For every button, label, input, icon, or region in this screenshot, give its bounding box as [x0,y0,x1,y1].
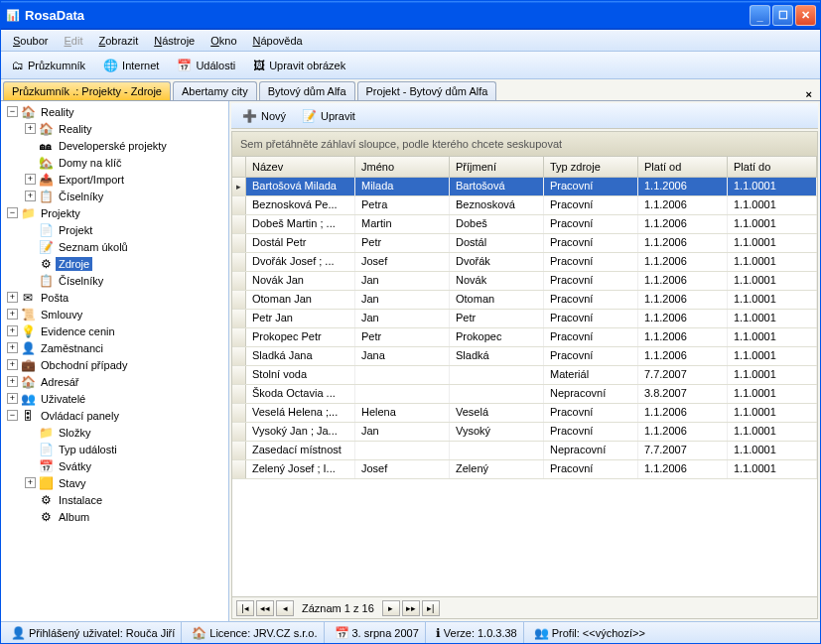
tree-node[interactable]: ⚙Zdroje [1,255,228,272]
tab-3[interactable]: Projekt - Bytový dům Alfa [357,81,497,100]
tree-node[interactable]: −🏠Reality [1,103,228,120]
table-row[interactable]: Vysoký Jan ; Ja...JanVysokýPracovní1.1.2… [232,423,817,442]
titlebar[interactable]: 📊 RosaData _ ☐ ✕ [1,1,820,30]
pager-prev[interactable]: ◂ [276,600,294,616]
tree-node[interactable]: +📤Export/Import [1,171,228,188]
column-header[interactable]: Jméno [355,157,450,177]
table-row[interactable]: Dvořák Josef ; ...JosefDvořákPracovní1.1… [232,253,817,272]
toolbtn-průzkumník[interactable]: 🗂Průzkumník [5,57,92,74]
table-row[interactable]: Zelený Josef ; I...JosefZelenýPracovní1.… [232,460,817,479]
expand-icon[interactable]: + [7,309,18,320]
window-title: RosaData [25,8,748,23]
column-header[interactable]: Platí do [728,157,817,177]
tree-node[interactable]: 🏡Domy na klíč [1,154,228,171]
tree-node[interactable]: +👥Uživatelé [1,390,228,407]
tree-node[interactable]: +🟨Stavy [1,474,228,491]
menu-zobrazit[interactable]: Zobrazit [90,33,146,49]
expand-icon[interactable]: + [7,359,18,370]
toolbtn-události[interactable]: 📅Události [170,57,242,74]
table-row[interactable]: ▸Bartošová MiladaMiladaBartošováPracovní… [232,178,817,196]
expand-icon[interactable]: + [7,393,18,404]
new-button[interactable]: ➕ Nový [235,107,293,125]
table-row[interactable]: Stolní vodaMateriál7.7.20071.1.0001 [232,366,817,385]
column-header[interactable]: Příjmení [450,157,544,177]
pager-last[interactable]: ▸| [422,600,440,616]
expand-icon[interactable]: + [7,342,18,353]
close-button[interactable]: ✕ [795,5,816,26]
pager-next-page[interactable]: ▸▸ [402,600,420,616]
tree-node[interactable]: 🏘Developerské projekty [1,137,228,154]
group-by-hint[interactable]: Sem přetáhněte záhlaví sloupce, podle kt… [231,131,818,157]
tree-node[interactable]: ⚙Album [1,508,228,525]
pager-first[interactable]: |◂ [236,600,254,616]
tree-node[interactable]: ⚙Instalace [1,491,228,508]
cell: Pracovní [544,328,638,346]
row-marker-header [232,157,246,177]
expand-icon[interactable]: + [25,123,36,134]
pager-prev-page[interactable]: ◂◂ [256,600,274,616]
tree-node[interactable]: +🏠Adresář [1,373,228,390]
tab-0[interactable]: Průzkumník .: Projekty - Zdroje [3,81,171,100]
toolbtn-internet[interactable]: 🌐Internet [96,57,166,74]
expand-icon[interactable]: + [25,477,36,488]
tree-node[interactable]: +✉Pošta [1,289,228,306]
cell: 1.1.0001 [728,234,817,252]
tree-node[interactable]: 📁Složky [1,424,228,441]
tree-node[interactable]: +📋Číselníky [1,188,228,204]
menu-nástroje[interactable]: Nástroje [146,33,203,49]
grid-body[interactable]: ▸Bartošová MiladaMiladaBartošováPracovní… [232,178,817,596]
tree-node[interactable]: +📜Smlouvy [1,306,228,322]
tree-node[interactable]: 📄Typ události [1,441,228,457]
row-marker [232,366,246,384]
collapse-icon[interactable]: − [7,207,18,218]
minimize-button[interactable]: _ [750,5,770,26]
table-row[interactable]: Otoman JanJanOtomanPracovní1.1.20061.1.0… [232,291,817,310]
tree-node[interactable]: 📋Číselníky [1,272,228,289]
pager-next[interactable]: ▸ [382,600,400,616]
tree-node[interactable]: +💡Evidence cenin [1,322,228,339]
tree-node[interactable]: 📝Seznam úkolů [1,238,228,255]
menu-nápověda[interactable]: Nápověda [245,33,311,49]
menu-soubor[interactable]: Soubor [5,33,56,49]
table-row[interactable]: Zasedací místnostNepracovní7.7.20071.1.0… [232,442,817,460]
collapse-icon[interactable]: − [7,106,18,117]
cell: 1.1.0001 [728,366,817,384]
tree-node[interactable]: 📅Svátky [1,457,228,474]
expand-icon[interactable]: + [7,376,18,387]
tree-node[interactable]: 📄Projekt [1,221,228,238]
collapse-icon[interactable]: − [7,410,18,421]
tree-panel[interactable]: −🏠Reality+🏠Reality🏘Developerské projekty… [1,101,229,621]
table-row[interactable]: Dobeš Martin ; ...MartinDobešPracovní1.1… [232,215,817,234]
tree-node[interactable]: +👤Zaměstnanci [1,339,228,356]
edit-button[interactable]: 📝 Upravit [295,107,362,125]
maximize-button[interactable]: ☐ [772,5,793,26]
tree-node[interactable]: +🏠Reality [1,120,228,137]
cell: Pracovní [544,178,638,195]
cell: Vysoký [450,423,544,441]
menu-okno[interactable]: Okno [203,33,244,49]
tree-node[interactable]: −📁Projekty [1,204,228,221]
tree-node[interactable]: −🎛Ovládací panely [1,407,228,424]
tree-icon: 📄 [38,442,54,457]
cell: Nepracovní [544,442,638,459]
expand-icon[interactable]: + [7,325,18,336]
tab-2[interactable]: Bytový dům Alfa [259,81,355,100]
column-header[interactable]: Název [246,157,355,177]
expand-icon[interactable]: + [25,174,36,185]
tree-node[interactable]: +💼Obchodní případy [1,356,228,373]
table-row[interactable]: Sladká JanaJanaSladkáPracovní1.1.20061.1… [232,347,817,366]
column-header[interactable]: Platí od [638,157,728,177]
table-row[interactable]: Dostál PetrPetrDostálPracovní1.1.20061.1… [232,234,817,253]
tab-close-button[interactable]: × [800,88,818,100]
table-row[interactable]: Veselá Helena ;...HelenaVeseláPracovní1.… [232,404,817,423]
toolbtn-upravit-obrázek[interactable]: 🖼Upravit obrázek [246,57,352,74]
expand-icon[interactable]: + [25,191,36,201]
column-header[interactable]: Typ zdroje [544,157,638,177]
table-row[interactable]: Novák JanJanNovákPracovní1.1.20061.1.000… [232,272,817,291]
tab-1[interactable]: Abertamy city [173,81,257,100]
expand-icon[interactable]: + [7,292,18,303]
table-row[interactable]: Prokopec PetrPetrProkopecPracovní1.1.200… [232,328,817,347]
table-row[interactable]: Škoda Octavia ...Nepracovní3.8.20071.1.0… [232,385,817,404]
table-row[interactable]: Beznosková Pe...PetraBeznoskováPracovní1… [232,196,817,215]
table-row[interactable]: Petr JanJanPetrPracovní1.1.20061.1.0001 [232,310,817,328]
